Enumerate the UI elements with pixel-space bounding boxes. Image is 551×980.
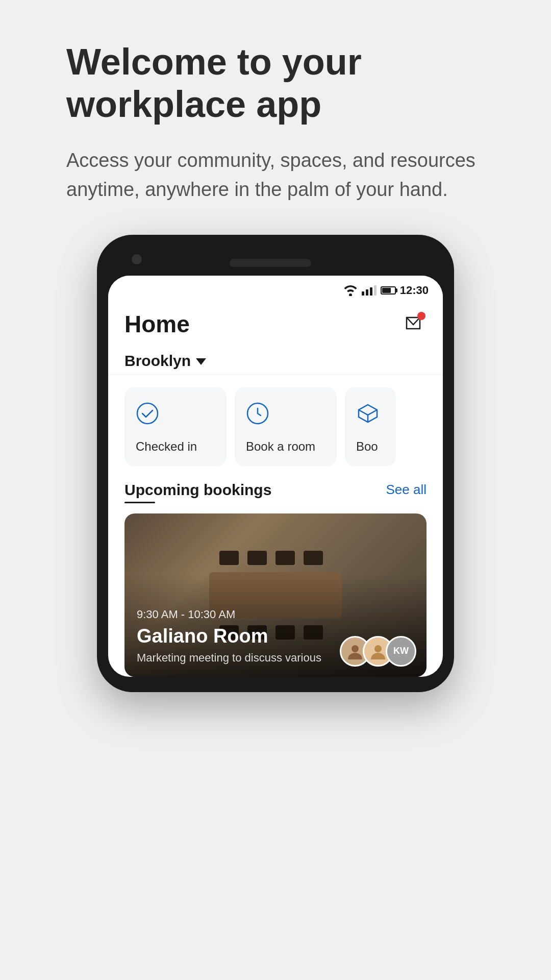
svg-point-3 xyxy=(374,645,382,652)
bookings-title: Upcoming bookings xyxy=(124,481,271,499)
wifi-icon xyxy=(343,285,358,296)
hero-subtitle: Access your community, spaces, and resou… xyxy=(66,146,485,204)
third-action-label: Boo xyxy=(356,439,385,454)
bookings-section: Upcoming bookings See all xyxy=(108,476,443,677)
clock-icon xyxy=(246,402,269,425)
chair xyxy=(276,551,295,565)
chevron-down-icon xyxy=(196,358,206,365)
quick-actions-row: Checked in Book a room xyxy=(108,375,443,476)
svg-point-0 xyxy=(137,403,158,424)
section-underline xyxy=(124,502,155,503)
chair xyxy=(219,551,239,565)
status-icons: 12:30 xyxy=(343,284,429,297)
booking-card[interactable]: 9:30 AM - 10:30 AM Galiano Room Marketin… xyxy=(124,513,427,677)
speaker-grille xyxy=(230,259,311,267)
book-room-label: Book a room xyxy=(246,439,325,454)
status-time: 12:30 xyxy=(400,284,429,297)
location-name: Brooklyn xyxy=(124,352,191,370)
signal-icon xyxy=(362,285,377,296)
checked-in-label: Checked in xyxy=(136,439,215,454)
chair xyxy=(247,551,267,565)
notification-dot xyxy=(417,312,425,320)
third-action-card[interactable]: Boo xyxy=(345,387,396,466)
phone-screen: 12:30 Home Brooklyn xyxy=(108,276,443,677)
person-icon xyxy=(346,642,364,660)
app-title: Home xyxy=(124,310,190,338)
phone-frame: 12:30 Home Brooklyn xyxy=(97,235,454,692)
battery-fill xyxy=(382,288,391,293)
notification-button[interactable] xyxy=(400,311,427,337)
bookings-header: Upcoming bookings See all xyxy=(124,481,427,499)
hero-title: Welcome to your workplace app xyxy=(66,41,485,126)
status-bar: 12:30 xyxy=(108,276,443,301)
chair xyxy=(304,551,323,565)
book-room-card[interactable]: Book a room xyxy=(235,387,337,466)
check-circle-icon xyxy=(136,402,159,425)
booking-time: 9:30 AM - 10:30 AM xyxy=(137,608,414,621)
box-icon xyxy=(356,402,380,425)
hero-section: Welcome to your workplace app Access you… xyxy=(66,41,485,204)
phone-top-bar xyxy=(108,250,443,276)
see-all-link[interactable]: See all xyxy=(386,482,427,498)
attendees: KW xyxy=(340,636,416,667)
location-row[interactable]: Brooklyn xyxy=(108,344,443,375)
svg-point-2 xyxy=(352,645,359,652)
person-icon xyxy=(369,642,387,660)
checked-in-card[interactable]: Checked in xyxy=(124,387,227,466)
camera-dot xyxy=(132,254,142,264)
app-header: Home xyxy=(108,301,443,344)
battery-icon xyxy=(381,286,396,295)
phone-mockup: 12:30 Home Brooklyn xyxy=(97,235,454,692)
avatar-kw: KW xyxy=(386,636,416,667)
booking-background: 9:30 AM - 10:30 AM Galiano Room Marketin… xyxy=(124,513,427,677)
